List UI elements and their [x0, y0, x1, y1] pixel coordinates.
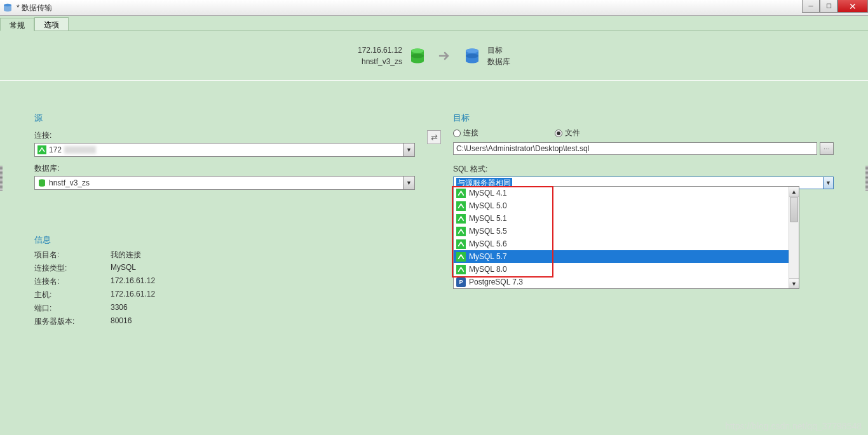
svg-rect-12	[456, 227, 466, 236]
svg-point-5	[466, 53, 478, 58]
info-key: 服务器版本:	[34, 316, 111, 327]
header-summary: 172.16.61.12 hnstf_v3_zs 目标 数据库	[0, 31, 868, 81]
scroll-down-icon[interactable]: ▼	[789, 278, 799, 288]
side-handle-icon	[865, 166, 868, 191]
sql-option-item[interactable]: MySQL 8.0	[454, 263, 789, 276]
svg-point-3	[411, 48, 424, 53]
header-source-db: hnstf_v3_zs	[358, 56, 402, 67]
info-key: 主机:	[34, 290, 111, 300]
database-value: hnstf_v3_zs	[49, 178, 90, 187]
sql-option-item[interactable]: PPostgreSQL 7.3	[454, 276, 789, 288]
maximize-button[interactable]: ☐	[820, 0, 837, 13]
source-title: 源	[34, 112, 415, 124]
header-target-sub: 数据库	[487, 56, 510, 67]
svg-rect-13	[456, 239, 466, 249]
header-target-block: 目标 数据库	[463, 44, 510, 67]
navicat-icon	[456, 265, 466, 274]
sql-option-item[interactable]: MySQL 5.7	[454, 250, 789, 263]
connection-dropdown[interactable]: 172 ▼	[34, 143, 415, 157]
sql-option-item[interactable]: MySQL 5.1	[454, 212, 789, 225]
file-path-input[interactable]: C:\Users\Administrator\Desktop\test.sql	[453, 142, 817, 155]
svg-rect-15	[456, 265, 466, 274]
navicat-icon	[456, 227, 466, 236]
sql-format-label: SQL 格式:	[453, 164, 834, 175]
sql-option-label: MySQL 5.1	[469, 214, 507, 223]
sql-option-label: MySQL 5.0	[469, 201, 507, 210]
radio-icon	[555, 130, 562, 137]
info-key: 项目名:	[34, 250, 111, 260]
sql-format-dropdown-list: MySQL 4.1MySQL 5.0MySQL 5.1MySQL 5.5MySQ…	[453, 186, 799, 289]
dropdown-arrow-icon[interactable]: ▼	[403, 176, 415, 190]
radio-connection-label: 连接	[463, 128, 478, 138]
svg-rect-9	[456, 189, 466, 198]
database-dropdown[interactable]: hnstf_v3_zs ▼	[34, 176, 415, 190]
window-title: * 数据传输	[17, 3, 52, 13]
sql-option-label: MySQL 5.6	[469, 239, 507, 248]
sql-option-label: MySQL 4.1	[469, 189, 507, 197]
navicat-icon	[456, 189, 466, 198]
tab-general[interactable]: 常规	[0, 18, 34, 31]
header-source-block: 172.16.61.12 hnstf_v3_zs	[358, 44, 426, 67]
target-mode-radios: 连接 文件	[453, 128, 834, 138]
database-icon	[409, 47, 426, 65]
svg-point-6	[466, 48, 478, 53]
sql-option-item[interactable]: MySQL 4.1	[454, 187, 789, 199]
window-controls: ─ ☐ ✕	[802, 0, 868, 13]
sql-option-label: MySQL 5.5	[469, 227, 507, 236]
svg-point-2	[411, 53, 424, 58]
watermark: https://blog.csdn.net/qq_37798548	[725, 421, 862, 431]
info-panel: 信息 项目名:我的连接 连接类型:MySQL 连接名:172.16.61.12 …	[34, 234, 415, 327]
scroll-up-icon[interactable]: ▲	[789, 187, 799, 197]
scrollbar[interactable]: ▲ ▼	[789, 187, 799, 288]
radio-file[interactable]: 文件	[555, 128, 580, 138]
minimize-button[interactable]: ─	[802, 0, 820, 13]
sql-option-item[interactable]: MySQL 5.6	[454, 238, 789, 250]
radio-file-label: 文件	[565, 128, 580, 138]
dropdown-arrow-icon[interactable]: ▼	[823, 177, 833, 189]
redacted-text	[64, 146, 96, 154]
svg-rect-11	[456, 214, 466, 224]
sql-option-label: MySQL 8.0	[469, 265, 507, 274]
navicat-icon	[456, 239, 466, 249]
arrow-right-icon	[438, 49, 452, 63]
scroll-thumb[interactable]	[790, 197, 798, 222]
target-title: 目标	[453, 112, 834, 124]
sql-option-label: MySQL 5.7	[469, 252, 507, 261]
tab-row: 常规 选项	[0, 16, 868, 31]
info-value: 3306	[111, 303, 128, 314]
svg-rect-7	[37, 145, 46, 154]
close-button[interactable]: ✕	[837, 0, 868, 13]
radio-connection[interactable]: 连接	[453, 128, 478, 138]
info-title: 信息	[34, 234, 415, 246]
tab-options[interactable]: 选项	[34, 17, 69, 30]
browse-button[interactable]: ⋯	[820, 142, 834, 155]
navicat-icon	[37, 145, 46, 154]
sql-option-item[interactable]: MySQL 5.5	[454, 225, 789, 238]
info-key: 连接类型:	[34, 263, 111, 274]
svg-rect-14	[456, 252, 466, 262]
database-icon	[463, 47, 481, 65]
info-value: 我的连接	[111, 250, 141, 260]
source-panel: 源 连接: 172 ▼ 数据库: hnstf_v3_zs ▼	[34, 112, 434, 435]
titlebar: * 数据传输 ─ ☐ ✕	[0, 0, 868, 16]
side-handle-icon	[0, 166, 3, 191]
navicat-icon	[456, 201, 466, 211]
sql-option-item[interactable]: MySQL 5.0	[454, 199, 789, 212]
dropdown-arrow-icon[interactable]: ▼	[403, 143, 415, 157]
database-label: 数据库:	[34, 163, 415, 174]
sql-option-label: PostgreSQL 7.3	[469, 278, 523, 286]
info-key: 端口:	[34, 303, 111, 314]
info-key: 连接名:	[34, 276, 111, 287]
target-panel: 目标 连接 文件 C:\Users\Administrator\Desktop\…	[434, 112, 834, 435]
info-value: 172.16.61.12	[111, 276, 155, 287]
svg-rect-10	[456, 201, 466, 211]
radio-icon	[453, 130, 461, 137]
header-target-title: 目标	[487, 44, 510, 56]
navicat-icon	[456, 252, 466, 262]
navicat-icon	[456, 214, 466, 224]
app-icon	[3, 3, 13, 13]
info-value: MySQL	[111, 263, 136, 274]
connection-label: 连接:	[34, 130, 415, 141]
postgresql-icon: P	[456, 278, 466, 287]
info-value: 80016	[111, 316, 132, 327]
